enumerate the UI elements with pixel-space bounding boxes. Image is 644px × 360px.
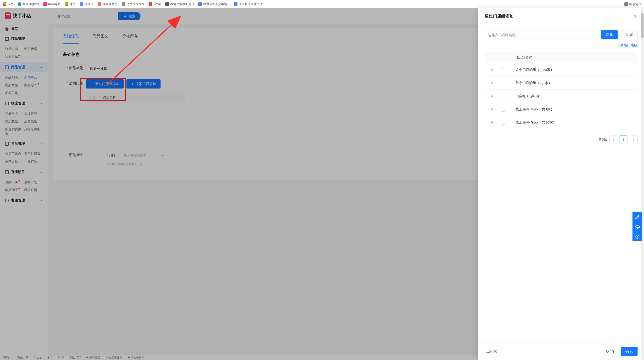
nav-after-auto[interactable]: 自动退款: [5, 158, 24, 166]
bookmark-magnet[interactable]: 磁力金牛支持本地...: [198, 2, 230, 6]
nav-cs[interactable]: 客服管理: [0, 195, 48, 205]
nav-logi-delay[interactable]: 延迟发货报备: [5, 125, 24, 137]
nav-product-list[interactable]: 商品列表: [5, 74, 24, 81]
col-store-name: 门店名称: [103, 96, 116, 100]
nav-live-follow[interactable]: 跟播助手: [5, 186, 24, 194]
bookmark-kwai[interactable]: Kwai导航: [43, 2, 60, 6]
bookmark-gmail[interactable]: Gmail: [148, 2, 161, 6]
bookmark-qq[interactable]: 登录QQ邮箱: [18, 2, 39, 6]
add-via-search-button[interactable]: 搜索门店添加: [126, 79, 160, 89]
nav-after-small[interactable]: 小额打款: [24, 158, 43, 166]
bookmark-label: 阅读清单: [629, 2, 641, 6]
status-save: 文档未保存: [106, 355, 122, 359]
nav-live-plan[interactable]: 直播计划: [24, 178, 43, 186]
float-edit-button[interactable]: [632, 212, 642, 222]
group-checkbox[interactable]: [501, 81, 505, 85]
scrollbar-thumb[interactable]: [641, 13, 644, 38]
search-button-label: 搜索: [128, 14, 136, 19]
add-via-group-button[interactable]: 通过门店组添加: [86, 79, 124, 89]
scrollbar[interactable]: [641, 8, 644, 360]
nav-logi-parcel[interactable]: 包裹中心: [5, 110, 24, 118]
status-local: 本地备份中: [128, 355, 144, 359]
nav-logistics[interactable]: 物流管理: [0, 98, 48, 108]
nav-product-import[interactable]: 商品导入: [24, 81, 43, 89]
bookmark-more[interactable]: »: [619, 2, 620, 6]
nav-product-coupon[interactable]: 券码工具: [5, 89, 24, 97]
top-search-button[interactable]: 搜索: [118, 12, 140, 20]
pagination: 共5条 ‹ 1 ›: [484, 136, 638, 143]
nav-live-mine[interactable]: 我的直播: [24, 186, 43, 194]
nav-after-wb[interactable]: 售后工作台: [5, 150, 24, 158]
group-row: 多个门店的组（共24家）: [484, 63, 638, 77]
nav-product[interactable]: 商品管理: [0, 62, 48, 72]
expand-caret[interactable]: [490, 121, 494, 124]
expand-caret[interactable]: [490, 69, 494, 71]
group-checkbox[interactable]: [501, 68, 505, 72]
bookmark-label: 准入相关本地生活...: [238, 2, 265, 6]
nav-product-data[interactable]: 商品数据: [5, 81, 24, 89]
nav-logi-addr[interactable]: 地址管理: [24, 110, 43, 118]
nav-order-review[interactable]: 评价管理: [24, 45, 43, 53]
cancel-button[interactable]: 取 消: [602, 347, 618, 356]
nav-product-sub: 商品列表 新增商品 商品数据 商品导入 券码工具: [0, 72, 48, 98]
label-attr: 商品属性: [63, 151, 86, 157]
nav-after-refund[interactable]: 退货补运费: [24, 150, 43, 158]
expand-caret[interactable]: [490, 82, 494, 84]
nav-home[interactable]: 首页: [0, 24, 48, 34]
group-name-input[interactable]: [484, 30, 598, 40]
brand-placeholder: 输入关键字搜索: [124, 154, 146, 158]
pager-next[interactable]: ›: [630, 136, 638, 143]
bookmark-ready[interactable]: 准入相关本地生活...: [234, 2, 265, 6]
expand-caret[interactable]: [490, 95, 494, 97]
label-store: 适用门店: [63, 79, 86, 86]
nav-logi-tpl[interactable]: 运费模板: [24, 118, 43, 125]
group-name-label: 线上回测-单poi（共1家）: [516, 107, 554, 112]
brand-select[interactable]: 输入关键字搜索: [121, 151, 167, 160]
expand-caret[interactable]: [490, 108, 494, 110]
pager-page-1[interactable]: 1: [620, 136, 628, 143]
tab-product-img[interactable]: 商品图文: [92, 34, 108, 44]
nav-order[interactable]: 订单管理: [0, 34, 48, 44]
add-group-link[interactable]: +新增门店组: [484, 43, 638, 48]
drawer-title: 通过门店组添加: [484, 13, 514, 19]
bookmark-video[interactable]: 视频号助手: [98, 2, 118, 6]
nav-after[interactable]: 售后管理: [0, 139, 48, 149]
nav-live-sub: 直播日历 直播计划 跟播助手 我的直播: [0, 177, 48, 195]
bookmark-paid[interactable]: 付费课程资料: [122, 2, 144, 6]
nav-order-fast[interactable]: 快速打单: [5, 53, 24, 61]
bookmark-local[interactable]: 本地生活服务后台: [166, 2, 194, 6]
nav-logi-zhenbao[interactable]: 真宝仓质检: [24, 125, 43, 137]
bookmark-map[interactable]: 地图: [65, 2, 76, 6]
edit-icon: [635, 215, 640, 219]
bookmark-apps[interactable]: 应用: [3, 2, 14, 6]
nav-logi-data[interactable]: 物流数据: [5, 118, 24, 125]
group-checkbox[interactable]: [501, 120, 505, 125]
template-icon: [80, 2, 84, 6]
group-checkbox[interactable]: [501, 94, 505, 98]
nav-order-query[interactable]: 订单查询: [5, 45, 24, 53]
query-button[interactable]: 查 询: [601, 30, 618, 40]
tab-basic-info[interactable]: 基础信息: [63, 34, 79, 44]
select-all-checkbox[interactable]: [90, 96, 95, 100]
confirm-button[interactable]: 确 认: [621, 347, 638, 356]
bookmark-reading[interactable]: 阅读清单: [624, 2, 641, 6]
plus-icon: [131, 82, 134, 86]
input-product-title[interactable]: [86, 64, 185, 73]
group-row: 线上回测-多poi（共30家）: [484, 116, 638, 129]
top-search-input[interactable]: [54, 12, 118, 20]
bookmark-template[interactable]: 模板库: [80, 2, 94, 6]
home-icon: [5, 27, 9, 31]
drawer-close-button[interactable]: [633, 14, 638, 19]
tab-price-stock[interactable]: 价格库存: [122, 34, 138, 44]
float-learn-button[interactable]: [632, 222, 642, 232]
reset-button[interactable]: 重 置: [621, 30, 638, 40]
nav-live[interactable]: 直播助手: [0, 167, 48, 177]
float-info-button[interactable]: [632, 232, 642, 241]
bookmark-label: 应用: [8, 2, 14, 6]
nav-product-new[interactable]: 新增商品: [24, 74, 43, 81]
bookmark-label: 本地生活服务后台: [170, 2, 194, 6]
nav-live-cal[interactable]: 直播日历: [5, 178, 24, 186]
logo[interactable]: 快手小店: [0, 8, 48, 24]
pager-prev[interactable]: ‹: [610, 136, 617, 143]
group-checkbox[interactable]: [501, 107, 505, 112]
